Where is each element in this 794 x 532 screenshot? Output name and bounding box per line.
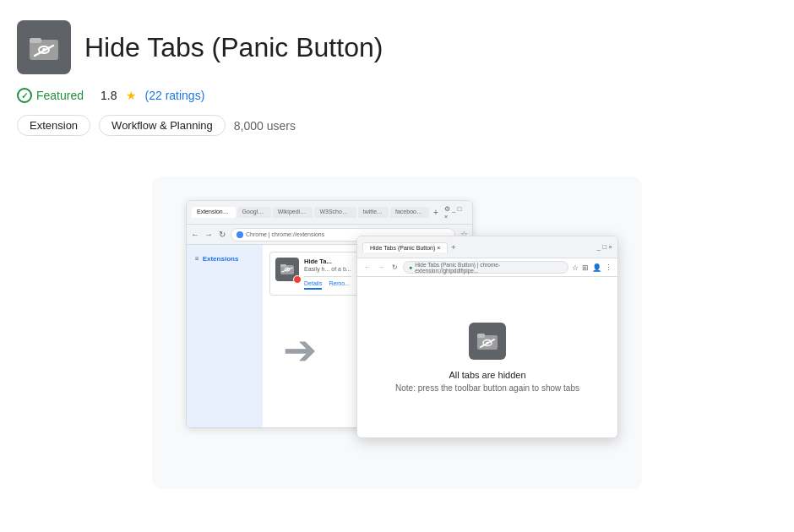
- app-icon: [17, 20, 71, 74]
- featured-icon: [17, 88, 32, 103]
- ext-item-text: Easily h... of a b...: [304, 265, 351, 273]
- back-address-text: Chrome | chrome://extensions: [246, 231, 324, 237]
- ratings-count[interactable]: (22 ratings): [145, 89, 205, 102]
- back-tab-wikipedia: Wikipedia ×: [273, 207, 313, 218]
- front-app-icon: [469, 323, 506, 360]
- back-nav-back: ←: [190, 230, 200, 240]
- ext-sidebar: ≡ Extensions: [187, 245, 263, 427]
- svg-point-4: [42, 48, 46, 52]
- ext-detail-tabs: Details Remo...: [304, 276, 351, 290]
- ext-sidebar-header: ≡ Extensions: [190, 252, 259, 266]
- arrow-right-icon: ➔: [283, 326, 317, 373]
- users-count: 8,000 users: [234, 119, 296, 133]
- front-msg2: Note: press the toolbar button again to …: [395, 383, 579, 393]
- featured-label: Featured: [36, 89, 84, 102]
- back-tab-facebook: facebook ×: [390, 207, 429, 218]
- featured-badge: Featured: [17, 88, 84, 103]
- rating-value: 1.8: [101, 89, 117, 102]
- front-address-bar: ● Hide Tabs (Panic Button) | chrome-exte…: [403, 261, 568, 274]
- front-tab-active: Hide Tabs (Panic Button) ×: [362, 242, 448, 252]
- back-tab-w3school: W3School ×: [314, 207, 356, 218]
- ext-item-info: Hide Ta... Easily h... of a b... Details…: [304, 258, 351, 290]
- app-title: Hide Tabs (Panic Button): [84, 32, 383, 63]
- back-tabs: Extensions × Google × Wikipedia × W3Scho…: [192, 207, 441, 218]
- ext-item-icon: [275, 258, 299, 281]
- front-nav-bar: ← → ↻ ● Hide Tabs (Panic Button) | chrom…: [357, 258, 617, 277]
- front-win-controls: _ □ ×: [597, 243, 612, 251]
- front-nav-refresh: ↻: [389, 263, 400, 273]
- browser-front-window: Hide Tabs (Panic Button) × + _ □ × ← → ↻…: [356, 236, 618, 438]
- ext-sidebar-title: Extensions: [203, 255, 239, 263]
- svg-point-9: [286, 269, 288, 270]
- svg-rect-11: [477, 334, 485, 338]
- front-star-icon: ☆: [572, 263, 579, 272]
- ext-remove-badge: [293, 275, 302, 284]
- back-tabs-bar: Extensions × Google × Wikipedia × W3Scho…: [187, 201, 472, 225]
- back-tab-add: +: [431, 207, 441, 218]
- front-tab-add: +: [451, 243, 455, 252]
- back-tab-twitter: twitter ×: [358, 207, 389, 218]
- front-bookmark-icon: ⊞: [582, 263, 589, 272]
- tags-row: Extension Workflow & Planning 8,000 user…: [17, 115, 777, 136]
- ext-item-title: Hide Ta...: [304, 258, 351, 265]
- front-nav-back: ←: [362, 263, 373, 273]
- screenshot-card: Extensions × Google × Wikipedia × W3Scho…: [152, 176, 642, 489]
- back-win-controls: ⚙ _ □ ×: [444, 205, 467, 220]
- back-nav-forward: →: [204, 230, 214, 240]
- ext-tab-details: Details: [304, 280, 322, 290]
- star-icon: ★: [126, 89, 137, 102]
- meta-row: Featured 1.8 ★ (22 ratings): [17, 88, 777, 103]
- ext-tab-remove: Remo...: [329, 280, 350, 290]
- front-content: All tabs are hidden Note: press the tool…: [357, 277, 617, 437]
- front-tabs-bar: Hide Tabs (Panic Button) × + _ □ ×: [357, 236, 617, 258]
- front-nav-forward: →: [376, 263, 386, 273]
- svg-point-14: [487, 341, 489, 344]
- back-nav-refresh: ↻: [217, 230, 227, 240]
- front-address-favicon: ●: [409, 264, 412, 270]
- header: Hide Tabs (Panic Button): [17, 20, 777, 74]
- front-msg1: All tabs are hidden: [449, 370, 525, 380]
- hamburger-icon: ≡: [195, 255, 199, 263]
- tag-extension[interactable]: Extension: [17, 115, 90, 136]
- back-tab-google: Google ×: [237, 207, 271, 218]
- front-menu-icon: ⋮: [605, 263, 612, 272]
- screenshot-container: Extensions × Google × Wikipedia × W3Scho…: [17, 160, 777, 506]
- svg-rect-1: [30, 38, 41, 43]
- svg-rect-6: [280, 264, 286, 267]
- back-tab-extensions: Extensions ×: [192, 207, 236, 218]
- front-address-text: Hide Tabs (Panic Button) | chrome-extens…: [415, 262, 563, 274]
- tag-workflow[interactable]: Workflow & Planning: [99, 115, 226, 136]
- chrome-dot: [237, 231, 243, 238]
- front-user-icon: 👤: [592, 263, 601, 272]
